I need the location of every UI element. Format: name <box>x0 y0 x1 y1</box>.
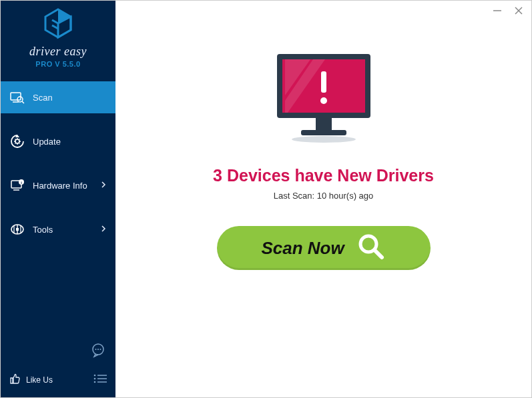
sidebar: driver easy PRO V 5.5.0 Scan <box>1 1 115 397</box>
minimize-button[interactable] <box>491 5 503 17</box>
app-logo-icon <box>43 7 73 42</box>
status-illustration <box>270 49 377 151</box>
status-text: 3 Devices have New Drivers <box>213 166 434 185</box>
feedback-button[interactable] <box>90 342 106 360</box>
svg-point-26 <box>100 349 101 350</box>
sidebar-item-label: Hardware Info <box>33 181 87 191</box>
hardware-info-icon: i <box>10 178 25 193</box>
sidebar-item-scan[interactable]: Scan <box>1 81 115 113</box>
svg-point-27 <box>94 375 96 377</box>
svg-point-10 <box>17 97 23 102</box>
svg-line-43 <box>374 250 382 257</box>
svg-rect-37 <box>321 71 326 93</box>
svg-point-38 <box>320 97 327 104</box>
tools-icon <box>10 222 25 237</box>
svg-rect-22 <box>16 228 19 231</box>
sidebar-item-label: Tools <box>33 225 53 235</box>
update-icon <box>10 134 25 149</box>
chevron-right-icon <box>101 181 106 191</box>
like-us-button[interactable]: Like Us <box>9 373 53 387</box>
svg-line-11 <box>22 101 24 103</box>
close-button[interactable] <box>513 5 525 17</box>
titlebar-controls <box>491 5 525 17</box>
main-content: 3 Devices have New Drivers Last Scan: 10… <box>115 1 531 397</box>
sidebar-item-hardware-info[interactable]: i Hardware Info <box>1 169 115 201</box>
monitor-alert-icon <box>270 49 377 151</box>
sidebar-item-tools[interactable]: Tools <box>1 213 115 245</box>
app-version: PRO V 5.5.0 <box>35 60 80 68</box>
sidebar-item-update[interactable]: Update <box>1 125 115 157</box>
chevron-right-icon <box>101 225 106 235</box>
scan-now-label: Scan Now <box>261 238 344 259</box>
svg-line-6 <box>52 20 58 23</box>
svg-point-41 <box>292 136 356 143</box>
app-window: driver easy PRO V 5.5.0 Scan <box>1 1 531 397</box>
svg-point-24 <box>95 349 97 350</box>
sidebar-footer: Like Us <box>1 367 115 397</box>
menu-button[interactable] <box>93 373 107 386</box>
logo-area: driver easy PRO V 5.5.0 <box>1 1 115 72</box>
svg-point-31 <box>94 381 96 383</box>
sidebar-nav: Scan Update <box>1 81 115 257</box>
sidebar-item-label: Update <box>33 137 61 147</box>
app-title: driver easy <box>29 45 87 59</box>
like-us-label: Like Us <box>26 375 53 385</box>
scan-icon <box>10 90 25 105</box>
svg-point-25 <box>97 349 99 350</box>
last-scan-text: Last Scan: 10 hour(s) ago <box>274 191 374 201</box>
scan-now-button[interactable]: Scan Now <box>217 226 431 270</box>
magnify-icon <box>356 232 386 264</box>
svg-rect-39 <box>316 118 332 130</box>
svg-rect-40 <box>301 130 346 135</box>
sidebar-item-label: Scan <box>33 93 53 103</box>
svg-point-29 <box>94 378 96 380</box>
thumbs-up-icon <box>9 373 21 387</box>
